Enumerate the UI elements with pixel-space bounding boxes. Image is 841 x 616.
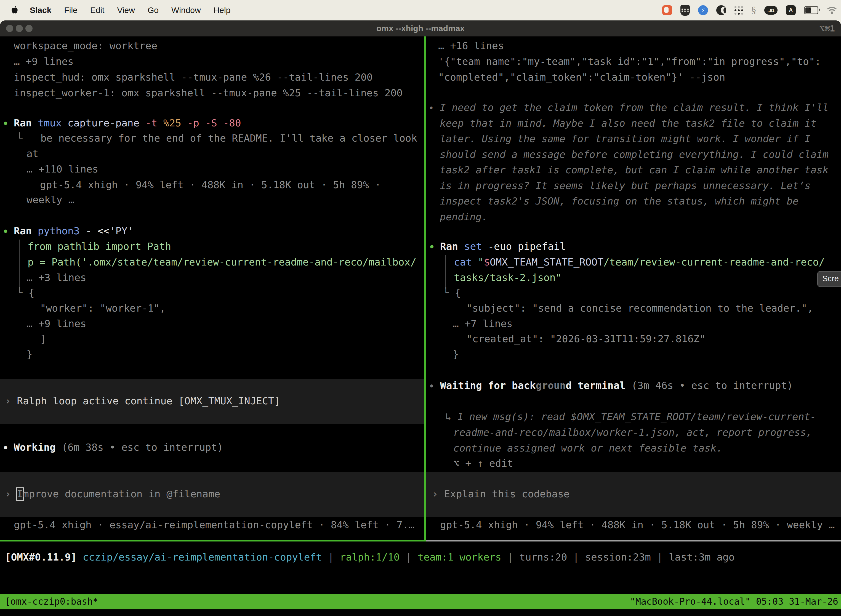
mailbox-message-line: readme-and-reco/mailbox/worker-1.json, a… (453, 424, 812, 440)
run-bullet: ● (4, 223, 7, 239)
nav-icon[interactable]: ⚡ (698, 5, 708, 15)
battery-icon[interactable]: ⚡ (804, 6, 818, 14)
code-line: cat "$OMX_TEAM_STATE_ROOT/team/review-cu… (454, 254, 825, 270)
output-line: └ be necessary for the end of the README… (16, 130, 417, 146)
output-line: } (453, 346, 459, 362)
output-line: weekly … (26, 192, 74, 208)
thinking-line: I need to get the claim token from the c… (440, 100, 829, 115)
apple-menu-icon[interactable] (11, 6, 18, 15)
model-status-right: gpt-5.4 xhigh · 94% left · 488K in · 5.1… (440, 517, 835, 532)
run-bullet: ● (4, 115, 7, 131)
tmux-status-bar: [omx-cczip0:bash* "MacBook-Pro-44.local"… (0, 594, 841, 609)
menu-item-file[interactable]: File (64, 6, 77, 15)
prompt-placeholder-right: › Explain this codebase (432, 486, 570, 502)
output-line: … +16 lines (438, 38, 504, 54)
tmux-session-label: [omx-cczip0:bash* (5, 594, 98, 609)
moon-icon[interactable] (716, 5, 726, 15)
output-line: └ { (443, 285, 461, 301)
screenshot-button[interactable]: Scre (817, 271, 841, 287)
mailbox-message-line: ↳ 1 new msg(s): read $OMX_TEAM_STATE_ROO… (445, 409, 816, 424)
thinking-bullet: ● (430, 100, 433, 115)
tmux-host-time-label: "MacBook-Pro-44.local" 05:03 31-Mar-26 (630, 594, 838, 609)
output-line: at (26, 146, 38, 161)
output-line: } (26, 346, 32, 362)
output-line: workspace_mode: worktree (14, 38, 157, 54)
shield-icon[interactable] (680, 5, 690, 16)
menu-bar: Slack FileEditViewGoWindowHelp ⚡ § ..61 … (0, 0, 841, 21)
terminal-content: workspace_mode: worktree… +9 linesinspec… (0, 0, 841, 616)
inactive-pane-border (426, 540, 841, 541)
mailbox-message-line: continue assigned work or next feasible … (453, 440, 722, 456)
output-line: gpt-5.4 xhigh · 94% left · 488K in · 5.1… (40, 177, 381, 193)
thinking-line: task2 after task1 is complete, but can I… (440, 162, 829, 178)
menu-item-view[interactable]: View (117, 6, 135, 15)
thinking-line: inspect task2's JSON, focusing on the st… (440, 193, 799, 209)
waiting-status-line: Waiting for background terminal (3m 46s … (440, 378, 793, 393)
badge-61-icon[interactable]: ..61 (764, 6, 778, 15)
output-line: "subject": "send a concise recommendatio… (466, 300, 813, 316)
model-status-left: gpt-5.4 xhigh · essay/ai-reimplementatio… (14, 517, 415, 532)
menu-item-go[interactable]: Go (148, 6, 159, 15)
menu-app-name[interactable]: Slack (30, 6, 51, 15)
output-line: inspect_hud: omx sparkshell --tmux-pane … (14, 69, 372, 85)
thinking-line: later. Using the same for transition mig… (440, 131, 811, 147)
wifi-icon[interactable] (827, 6, 837, 14)
edit-hint-line: ⌥ + ↑ edit (453, 455, 513, 471)
output-line: "created_at": "2026-03-31T11:59:27.816Z" (466, 331, 706, 347)
output-line: … +3 lines (26, 270, 86, 285)
thinking-line: keep that in mind. Maybe I also need the… (440, 115, 816, 131)
code-line: p = Path('.omx/state/team/review-current… (28, 254, 416, 270)
working-bullet: ● (4, 439, 7, 455)
menu-status-icons: ⚡ § ..61 A ⚡ (662, 0, 837, 21)
output-line: "worker": "worker-1", (40, 300, 166, 316)
output-connector-right (445, 255, 446, 289)
ran-command-line: Ran python3 - <<'PY' (14, 223, 133, 239)
output-line: └ { (16, 285, 35, 301)
a-key-icon[interactable]: A (786, 5, 796, 15)
run-bullet: ● (430, 238, 434, 254)
output-line: "completed","claim_token":"claim-token"}… (438, 69, 725, 85)
waiting-bullet: ● (430, 378, 433, 393)
output-line: … +9 lines (26, 316, 86, 331)
code-line: from pathlib import Path (28, 238, 171, 254)
pane-divider (424, 37, 426, 541)
output-line: … +110 lines (26, 161, 98, 177)
omx-status-line: [OMX#0.11.9] cczip/essay/ai-reimplementa… (5, 549, 734, 565)
active-pane-border (0, 540, 426, 541)
output-line: … +7 lines (453, 316, 513, 331)
menu-item-help[interactable]: Help (214, 6, 231, 15)
grid-icon[interactable] (734, 6, 743, 15)
chat-icon[interactable] (662, 5, 672, 15)
output-line: … +9 lines (14, 54, 74, 69)
prompt-placeholder-left: › Improve documentation in @filename (5, 486, 220, 502)
output-line: inspect_worker-1: omx sparkshell --tmux-… (14, 85, 403, 101)
ran-command-line: Ran set -euo pipefail (440, 238, 566, 254)
menu-item-edit[interactable]: Edit (90, 6, 105, 15)
menu-item-window[interactable]: Window (171, 6, 201, 15)
menu-items: FileEditViewGoWindowHelp (64, 6, 230, 15)
thinking-line: pending. (440, 209, 488, 224)
ralph-loop-banner: › Ralph loop active continue [OMX_TMUX_I… (5, 393, 280, 409)
output-line: ] (40, 331, 46, 347)
code-line: tasks/task-2.json" (454, 270, 561, 285)
hook-icon[interactable]: § (751, 5, 756, 16)
output-line: '{"team_name":"my-team","task_id":"1","f… (438, 54, 821, 69)
output-connector-left (19, 239, 20, 289)
thinking-line: should send a message before completing … (440, 147, 829, 162)
ran-command-line: Ran tmux capture-pane -t %25 -p -S -80 (14, 115, 241, 131)
working-status-line: Working (6m 38s • esc to interrupt) (14, 439, 223, 455)
thinking-line: is in progress? It seems likely but perh… (440, 178, 811, 194)
